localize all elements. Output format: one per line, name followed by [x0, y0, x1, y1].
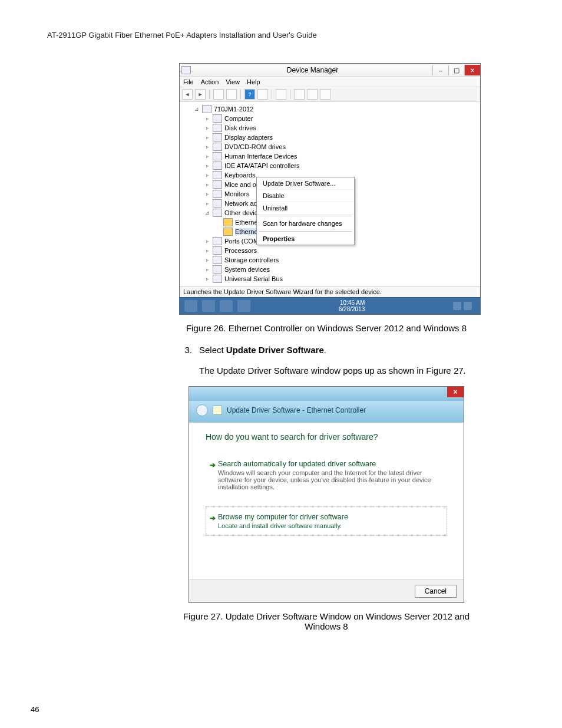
collapse-icon[interactable]: ⊿	[194, 106, 200, 112]
tree-node[interactable]: IDE ATA/ATAPI controllers	[224, 162, 300, 169]
forward-icon[interactable]: ►	[195, 89, 206, 100]
toolbar-icon[interactable]	[320, 89, 330, 100]
tree-node[interactable]: Universal Serial Bus	[224, 275, 283, 282]
tray-icon[interactable]	[464, 302, 472, 310]
tree-node[interactable]: DVD/CD-ROM drives	[224, 143, 286, 150]
expand-icon[interactable]: ▹	[204, 191, 210, 197]
help-icon[interactable]: ?	[244, 89, 255, 100]
cancel-button[interactable]: Cancel	[415, 585, 457, 598]
warning-device-icon	[223, 228, 233, 236]
device-icon	[213, 209, 222, 217]
collapse-icon[interactable]: ⊿	[204, 210, 210, 216]
step-number: 3.	[179, 345, 192, 355]
expand-icon[interactable]: ▹	[204, 116, 210, 121]
toolbar-icon[interactable]	[257, 89, 268, 100]
device-tree: ⊿710JM1-2012 ▹Computer ▹Disk drives ▹Dis…	[180, 102, 480, 286]
expand-icon[interactable]: ▹	[204, 125, 210, 131]
device-icon	[213, 180, 222, 189]
tree-node[interactable]: Storage controllers	[224, 256, 279, 263]
option-browse[interactable]: ➔ Browse my computer for driver software…	[206, 506, 447, 536]
device-icon	[213, 275, 222, 283]
menu-help[interactable]: Help	[247, 78, 260, 85]
running-header: AT-2911GP Gigabit Fiber Ethernet PoE+ Ad…	[47, 31, 515, 39]
taskbar-time: 10:45 AM	[339, 299, 365, 306]
tree-node[interactable]: Disk drives	[224, 124, 256, 131]
taskbar-date: 6/28/2013	[339, 306, 365, 312]
expand-icon[interactable]: ▹	[204, 238, 210, 244]
tree-node[interactable]: Display adapters	[224, 134, 273, 141]
step-suffix: .	[324, 345, 326, 355]
menu-file[interactable]: File	[183, 78, 194, 85]
ud-header: Update Driver Software - Ethernet Contro…	[189, 401, 464, 423]
device-icon	[213, 171, 222, 179]
ud-heading: How do you want to search for driver sof…	[206, 432, 447, 442]
expand-icon[interactable]: ▹	[204, 266, 210, 272]
maximize-button[interactable]: ▢	[448, 65, 464, 75]
ctx-scan[interactable]: Scan for hardware changes	[257, 218, 354, 230]
tree-node[interactable]: Human Interface Devices	[224, 153, 297, 160]
status-bar: Launches the Update Driver Software Wiza…	[180, 286, 480, 297]
expand-icon[interactable]: ▹	[204, 172, 210, 178]
step-3: 3. Select Update Driver Software.	[179, 345, 474, 355]
dm-title: Device Manager	[193, 66, 432, 74]
menu-view[interactable]: View	[226, 78, 240, 85]
taskbar-clock[interactable]: 10:45 AM 6/28/2013	[339, 299, 365, 312]
device-icon	[213, 199, 222, 207]
ud-header-text: Update Driver Software - Ethernet Contro…	[227, 406, 366, 414]
step-prefix: Select	[199, 345, 226, 355]
tree-node[interactable]: Monitors	[224, 190, 249, 197]
ud-footer: Cancel	[189, 579, 464, 602]
device-icon	[213, 114, 222, 123]
tree-root[interactable]: 710JM1-2012	[214, 106, 253, 113]
expand-icon[interactable]: ▹	[204, 257, 210, 263]
tree-node[interactable]: Keyboards	[224, 172, 256, 179]
ctx-update-driver[interactable]: Update Driver Software...	[257, 177, 354, 190]
device-icon	[213, 246, 222, 255]
taskbar-icon[interactable]	[237, 300, 250, 312]
ctx-disable[interactable]: Disable	[257, 190, 354, 202]
toolbar-icon[interactable]	[213, 89, 224, 100]
tree-node[interactable]: System devices	[224, 266, 270, 273]
ctx-uninstall[interactable]: Uninstall	[257, 202, 354, 215]
arrow-icon: ➔	[210, 461, 216, 469]
option-subtitle: Locate and install driver software manua…	[218, 522, 439, 529]
device-icon	[213, 143, 222, 151]
step-action: Update Driver Software	[226, 345, 324, 355]
taskbar-icon[interactable]	[184, 300, 197, 312]
option-title: Browse my computer for driver software	[218, 513, 439, 521]
toolbar-icon[interactable]	[276, 89, 286, 100]
close-button[interactable]: ×	[464, 65, 480, 75]
toolbar-icon[interactable]	[226, 89, 237, 100]
update-driver-window: × Update Driver Software - Ethernet Cont…	[189, 386, 464, 603]
expand-icon[interactable]: ▹	[204, 200, 210, 206]
minimize-button[interactable]: –	[432, 65, 448, 75]
page-number: 46	[31, 705, 39, 714]
tray-icon[interactable]	[453, 302, 461, 310]
tree-node[interactable]: Computer	[224, 115, 253, 122]
taskbar: 10:45 AM 6/28/2013	[180, 297, 480, 314]
back-icon[interactable]: ◄	[182, 89, 193, 100]
option-title: Search automatically for updated driver …	[218, 460, 439, 468]
close-button[interactable]: ×	[447, 387, 464, 397]
menu-action[interactable]: Action	[201, 78, 219, 85]
tree-node[interactable]: Processors	[224, 247, 257, 254]
expand-icon[interactable]: ▹	[204, 276, 210, 282]
device-icon	[213, 133, 222, 141]
back-icon[interactable]	[196, 404, 208, 416]
dm-menubar: File Action View Help	[180, 77, 480, 87]
expand-icon[interactable]: ▹	[204, 144, 210, 150]
ctx-properties[interactable]: Properties	[257, 233, 354, 245]
device-icon	[213, 237, 222, 245]
expand-icon[interactable]: ▹	[204, 248, 210, 253]
expand-icon[interactable]: ▹	[204, 163, 210, 169]
expand-icon[interactable]: ▹	[204, 153, 210, 159]
ud-titlebar: ×	[189, 387, 464, 401]
toolbar-icon[interactable]	[294, 89, 305, 100]
option-search-auto[interactable]: ➔ Search automatically for updated drive…	[206, 453, 447, 497]
taskbar-icon[interactable]	[202, 300, 215, 312]
toolbar-icon[interactable]	[307, 89, 318, 100]
expand-icon[interactable]: ▹	[204, 134, 210, 140]
device-icon	[213, 256, 222, 264]
taskbar-icon[interactable]	[220, 300, 233, 312]
expand-icon[interactable]: ▹	[204, 182, 210, 187]
